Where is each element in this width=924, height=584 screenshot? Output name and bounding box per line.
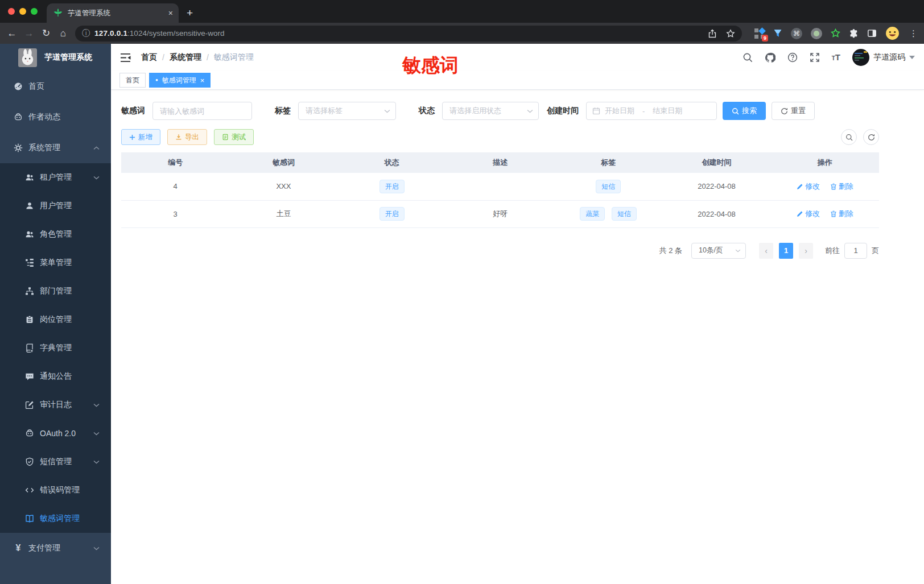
date-end-placeholder: 结束日期 (653, 106, 682, 116)
forward-icon[interactable]: → (20, 26, 38, 42)
font-size-icon[interactable]: TT (832, 52, 840, 63)
tab-close-icon[interactable]: × (168, 9, 173, 18)
sidebar-item-payment[interactable]: ¥ 支付管理 (0, 533, 111, 564)
page-number-1[interactable]: 1 (779, 243, 793, 259)
browser-tabstrip: 芋道管理系统 × + (0, 0, 924, 23)
back-icon[interactable]: ← (3, 26, 20, 42)
sidebar-item-notice[interactable]: 通知公告 (0, 362, 111, 391)
prev-page-button[interactable]: ‹ (759, 243, 773, 259)
table-tools (841, 129, 879, 145)
col-word: 敏感词 (229, 152, 337, 173)
fullscreen-icon[interactable] (810, 52, 820, 63)
view-tab-sensitive-word[interactable]: ● 敏感词管理 × (149, 73, 211, 88)
col-id: 编号 (121, 152, 229, 173)
puzzle-extensions-icon[interactable] (849, 28, 859, 38)
search-icon[interactable] (742, 52, 753, 63)
devtools-funnel-icon[interactable] (773, 29, 782, 38)
delete-link[interactable]: 删除 (830, 209, 853, 219)
active-dot-icon: ● (155, 78, 158, 82)
goto-label: 前往 (825, 246, 840, 256)
help-icon[interactable] (787, 52, 798, 63)
breadcrumb-home[interactable]: 首页 (141, 52, 157, 63)
search-button[interactable]: 搜索 (723, 102, 766, 120)
browser-menu-icon[interactable]: ⋮ (908, 28, 918, 39)
export-button[interactable]: 导出 (167, 129, 207, 145)
refresh-icon (868, 134, 875, 141)
tag-label: 标签 (275, 106, 291, 116)
test-button[interactable]: 测试 (214, 129, 254, 145)
sidebar-item-author-news[interactable]: 作者动态 (0, 102, 111, 132)
minimize-window-button[interactable] (19, 8, 26, 15)
sidebar-item-audit-log[interactable]: 审计日志 (0, 391, 111, 419)
side-panel-icon[interactable] (867, 28, 877, 38)
edit-link[interactable]: 修改 (797, 181, 820, 192)
sidebar-item-system[interactable]: 系统管理 (0, 132, 111, 163)
sidebar-item-sensitive-word[interactable]: 敏感词管理 (0, 504, 111, 533)
address-bar[interactable]: ⓘ 127.0.0.1:1024/system/sensitive-word (75, 26, 742, 42)
url-host: 127.0.0.1 (94, 29, 127, 38)
app-logo-row[interactable]: 芋道管理系统 (0, 44, 111, 71)
extension-grid-icon[interactable]: 9 (754, 28, 765, 39)
green-star-extension-icon[interactable] (831, 28, 840, 38)
bookmark-star-icon[interactable] (726, 29, 735, 38)
keyword-input[interactable] (152, 102, 252, 120)
message-bubble-icon (25, 372, 34, 381)
main-area: 敏感词 首页 / 系统管理 / 敏感词管理 (111, 44, 924, 584)
search-icon (732, 107, 739, 115)
browser-tab[interactable]: 芋道管理系统 × (47, 3, 179, 23)
sidebar-item-dict[interactable]: 字典管理 (0, 334, 111, 362)
next-page-button[interactable]: › (799, 243, 813, 259)
sidebar-item-error-code[interactable]: 错误码管理 (0, 476, 111, 504)
user-menu[interactable]: 芋道源码 (852, 49, 915, 66)
sidebar-item-post[interactable]: 岗位管理 (0, 305, 111, 334)
site-info-icon[interactable]: ⓘ (82, 28, 90, 39)
sidebar-item-user[interactable]: 用户管理 (0, 192, 111, 220)
zoom-window-button[interactable] (31, 8, 38, 15)
new-tab-button[interactable]: + (187, 7, 193, 19)
reset-button[interactable]: 重置 (772, 102, 815, 120)
sidebar-item-role[interactable]: 角色管理 (0, 220, 111, 248)
close-window-button[interactable] (8, 8, 15, 15)
sidebar-item-tenant[interactable]: 租户管理 (0, 163, 111, 192)
tag-select[interactable]: 请选择标签 (298, 102, 396, 120)
reload-icon[interactable]: ↻ (38, 26, 55, 42)
app-title: 芋道管理系统 (44, 52, 92, 63)
share-icon[interactable] (708, 29, 717, 38)
url-text: 127.0.0.1:1024/system/sensitive-word (94, 29, 224, 38)
code-icon (25, 486, 34, 495)
recorder-extension-icon[interactable] (811, 28, 822, 39)
tag-badge: 短信 (612, 207, 637, 221)
show-search-icon-button[interactable] (841, 129, 857, 145)
profile-avatar[interactable] (885, 26, 900, 40)
collapse-sidebar-icon[interactable] (120, 53, 131, 63)
view-tab-home[interactable]: 首页 (119, 73, 146, 88)
refresh-table-button[interactable] (863, 129, 879, 145)
app-navbar: 首页 / 系统管理 / 敏感词管理 (111, 44, 924, 71)
open-book-icon (25, 514, 34, 523)
browser-toolbar: ← → ↻ ⌂ ⓘ 127.0.0.1:1024/system/sensitiv… (0, 23, 924, 44)
breadcrumb-system[interactable]: 系统管理 (170, 52, 201, 63)
close-tab-icon[interactable]: × (200, 77, 205, 84)
breadcrumb: 首页 / 系统管理 / 敏感词管理 (141, 52, 254, 63)
goto-page-input[interactable] (844, 243, 867, 259)
add-button[interactable]: 新增 (121, 129, 160, 145)
status-badge: 开启 (380, 207, 405, 221)
sidebar-item-home[interactable]: 首页 (0, 71, 111, 102)
sidebar-item-dept[interactable]: 部门管理 (0, 277, 111, 305)
sidebar-item-oauth[interactable]: OAuth 2.0 (0, 419, 111, 448)
github-icon[interactable] (765, 52, 776, 63)
home-icon[interactable]: ⌂ (55, 26, 72, 42)
sidebar-item-menu[interactable]: 菜单管理 (0, 248, 111, 277)
command-extension-icon[interactable]: ⌘ (791, 28, 802, 39)
page-size-select[interactable]: 10条/页 (691, 243, 746, 259)
status-select[interactable]: 请选择启用状态 (442, 102, 539, 120)
pencil-icon (797, 183, 803, 190)
sidebar-item-sms[interactable]: 短信管理 (0, 448, 111, 476)
edit-link[interactable]: 修改 (797, 209, 820, 219)
date-range-picker[interactable]: 开始日期 - 结束日期 (586, 102, 717, 120)
delete-link[interactable]: 删除 (830, 181, 853, 192)
chevron-down-icon (93, 176, 100, 180)
table-actions-row: 新增 导出 测试 (121, 129, 879, 145)
yen-icon: ¥ (14, 543, 23, 553)
plus-icon (129, 134, 135, 140)
